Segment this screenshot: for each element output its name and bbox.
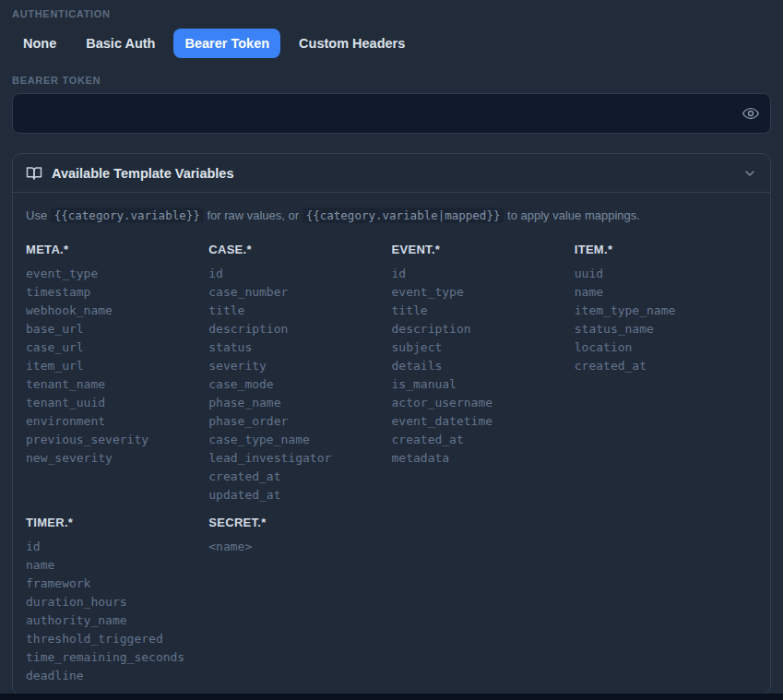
eye-icon[interactable] bbox=[741, 103, 761, 124]
bearer-token-field bbox=[12, 93, 771, 134]
usage-hint: Use {{category.variable}} for raw values… bbox=[26, 208, 757, 224]
variable-item: item_type_name bbox=[575, 302, 757, 320]
variable-category-timer: TIMER.*idnameframeworkduration_hoursauth… bbox=[26, 516, 208, 685]
tab-bearer-token[interactable]: Bearer Token bbox=[173, 29, 280, 58]
variable-category-event: EVENT.*idevent_typetitledescriptionsubje… bbox=[392, 243, 575, 504]
variable-item: is_manual bbox=[392, 375, 575, 394]
variable-item: lead_investigator bbox=[208, 449, 391, 468]
variable-item: title bbox=[208, 302, 391, 320]
tab-none[interactable]: None bbox=[12, 29, 67, 58]
variable-item: status bbox=[208, 338, 391, 357]
panel-title: Available Template Variables bbox=[52, 166, 733, 181]
variable-item: timestamp bbox=[26, 283, 208, 302]
variable-item: uuid bbox=[575, 265, 757, 283]
variable-item: tenant_name bbox=[26, 375, 208, 394]
usage-text: to apply value mappings. bbox=[504, 208, 639, 222]
variable-item: case_number bbox=[208, 283, 391, 302]
variable-item: case_type_name bbox=[208, 431, 391, 449]
variable-item: phase_name bbox=[208, 394, 391, 412]
category-header: TIMER.* bbox=[26, 516, 208, 529]
variable-item: event_datetime bbox=[392, 412, 575, 431]
tab-basic-auth[interactable]: Basic Auth bbox=[75, 29, 166, 58]
variable-item: event_type bbox=[26, 265, 208, 283]
category-header: ITEM.* bbox=[575, 243, 757, 256]
bottom-strip bbox=[0, 694, 783, 700]
variable-item: name bbox=[575, 283, 757, 302]
variable-item: new_severity bbox=[26, 449, 208, 468]
category-header: SECRET.* bbox=[208, 516, 391, 529]
variable-item: actor_username bbox=[392, 394, 575, 412]
category-header: META.* bbox=[26, 243, 208, 256]
book-open-icon bbox=[26, 165, 42, 182]
variable-item: <name> bbox=[208, 538, 391, 556]
variable-item: created_at bbox=[208, 468, 391, 486]
variable-item: id bbox=[392, 265, 575, 283]
variable-item: webhook_name bbox=[26, 302, 208, 320]
variable-item: deadline bbox=[26, 667, 208, 685]
variable-item: metadata bbox=[392, 449, 575, 468]
webhook-auth-section: AUTHENTICATION NoneBasic AuthBearer Toke… bbox=[0, 0, 783, 695]
authentication-label: AUTHENTICATION bbox=[12, 8, 771, 19]
template-variables-panel-header[interactable]: Available Template Variables bbox=[13, 154, 770, 193]
variable-item: previous_severity bbox=[26, 431, 208, 449]
usage-text: for raw values, or bbox=[204, 208, 303, 222]
variables-grid: META.*event_typetimestampwebhook_namebas… bbox=[26, 243, 757, 685]
chevron-down-icon[interactable] bbox=[742, 166, 757, 181]
bearer-token-input[interactable] bbox=[12, 93, 771, 134]
bearer-token-label: BEARER TOKEN bbox=[12, 75, 771, 86]
variable-item: phase_order bbox=[208, 412, 391, 431]
variable-item: id bbox=[208, 265, 391, 283]
variable-item: name bbox=[26, 556, 208, 575]
template-variables-panel: Available Template Variables Use {{categ… bbox=[12, 153, 771, 695]
code-mapped-syntax: {{category.variable|mapped}} bbox=[303, 208, 504, 223]
variable-item: id bbox=[26, 538, 208, 556]
variable-item: description bbox=[392, 320, 575, 338]
variable-category-item: ITEM.*uuidnameitem_type_namestatus_namel… bbox=[575, 243, 757, 504]
auth-tabs: NoneBasic AuthBearer TokenCustom Headers bbox=[12, 29, 771, 58]
variable-item: tenant_uuid bbox=[26, 394, 208, 412]
variable-item: framework bbox=[26, 575, 208, 593]
variable-category-meta: META.*event_typetimestampwebhook_namebas… bbox=[26, 243, 208, 504]
variable-item: subject bbox=[392, 338, 575, 357]
variable-category-case: CASE.*idcase_numbertitledescriptionstatu… bbox=[208, 243, 391, 504]
variable-item: created_at bbox=[575, 357, 757, 375]
category-header: EVENT.* bbox=[392, 243, 575, 256]
variable-item: authority_name bbox=[26, 611, 208, 630]
code-raw-syntax: {{category.variable}} bbox=[51, 208, 204, 223]
variable-item: time_remaining_seconds bbox=[26, 648, 208, 667]
variable-item: case_mode bbox=[208, 375, 391, 394]
variable-item: base_url bbox=[26, 320, 208, 338]
variable-item: event_type bbox=[392, 283, 575, 302]
panel-body: Use {{category.variable}} for raw values… bbox=[13, 193, 770, 694]
category-header: CASE.* bbox=[208, 243, 391, 256]
variable-item: severity bbox=[208, 357, 391, 375]
variable-category-secret: SECRET.*<name> bbox=[208, 516, 391, 685]
variable-item: item_url bbox=[26, 357, 208, 375]
variable-item: environment bbox=[26, 412, 208, 431]
variable-item: description bbox=[208, 320, 391, 338]
variable-item: updated_at bbox=[208, 486, 391, 504]
variable-item: title bbox=[392, 302, 575, 320]
variable-item: created_at bbox=[392, 431, 575, 449]
variable-item: case_url bbox=[26, 338, 208, 357]
tab-custom-headers[interactable]: Custom Headers bbox=[288, 29, 416, 58]
variable-item: duration_hours bbox=[26, 593, 208, 611]
variable-item: details bbox=[392, 357, 575, 375]
variable-item: status_name bbox=[575, 320, 757, 338]
variable-item: location bbox=[575, 338, 757, 357]
variable-item: threshold_triggered bbox=[26, 630, 208, 648]
usage-text: Use bbox=[26, 208, 51, 222]
